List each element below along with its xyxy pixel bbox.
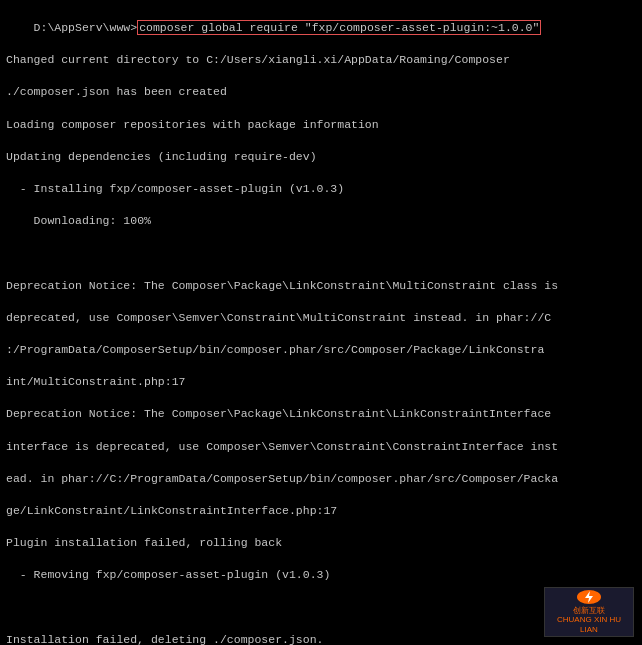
svg-marker-0 (585, 591, 593, 603)
watermark-text-cn: 创新互联 (573, 606, 605, 616)
terminal-output: D:\AppServ\www>composer global require "… (6, 4, 636, 645)
watermark-text-en: CHUANG XIN HU LIAN (549, 615, 629, 634)
terminal-window: D:\AppServ\www>composer global require "… (0, 0, 642, 645)
watermark-icon (577, 590, 601, 604)
command-highlight: composer global require "fxp/composer-as… (137, 20, 541, 35)
prompt: D:\AppServ\www> (34, 21, 138, 34)
lightning-icon (582, 590, 596, 604)
watermark: 创新互联 CHUANG XIN HU LIAN (544, 587, 634, 637)
